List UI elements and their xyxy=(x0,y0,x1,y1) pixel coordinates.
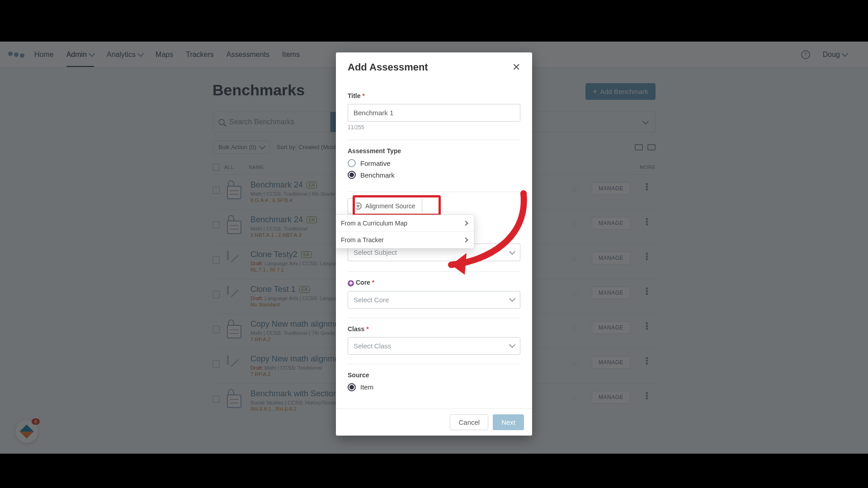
target-icon xyxy=(354,202,362,210)
radio-formative[interactable]: Formative xyxy=(348,159,520,167)
core-select[interactable]: Select Core xyxy=(348,291,520,309)
radio-selected-icon xyxy=(348,383,356,391)
chevron-right-icon xyxy=(463,237,468,242)
menu-from-curriculum-map[interactable]: From a Curriculum Map xyxy=(336,215,474,231)
modal-title: Add Assessment xyxy=(348,61,428,73)
chevron-down-icon xyxy=(509,296,515,302)
source-label: Source xyxy=(348,371,520,379)
next-button[interactable]: Next xyxy=(493,414,524,430)
menu-from-tracker[interactable]: From a Tracker xyxy=(336,231,474,248)
core-badge-icon: ✚ xyxy=(348,280,354,286)
core-label: ✚Core * xyxy=(348,279,520,286)
title-counter: 11/255 xyxy=(348,124,520,131)
assessment-type-label: Assessment Type xyxy=(348,147,520,155)
add-assessment-modal: Add Assessment ✕ Title * 11/255 Assessme… xyxy=(336,52,532,436)
chevron-down-icon xyxy=(509,248,515,254)
cancel-button[interactable]: Cancel xyxy=(450,414,488,430)
radio-source-item[interactable]: Item xyxy=(348,383,520,391)
radio-selected-icon xyxy=(348,171,356,179)
class-select[interactable]: Select Class xyxy=(348,337,520,355)
chevron-down-icon xyxy=(509,342,515,348)
alignment-source-button[interactable]: Alignment Source xyxy=(348,198,422,214)
chevron-right-icon xyxy=(463,221,468,225)
modal-close-button[interactable]: ✕ xyxy=(512,61,520,73)
alignment-source-menu: From a Curriculum Map From a Tracker xyxy=(336,215,474,249)
radio-icon xyxy=(348,159,356,167)
title-input[interactable] xyxy=(348,104,520,122)
app-viewport: Home Admin Analytics Maps Trackers Asses… xyxy=(0,42,868,454)
title-label: Title * xyxy=(348,92,520,99)
class-label: Class * xyxy=(348,325,520,333)
radio-benchmark[interactable]: Benchmark xyxy=(348,171,520,179)
